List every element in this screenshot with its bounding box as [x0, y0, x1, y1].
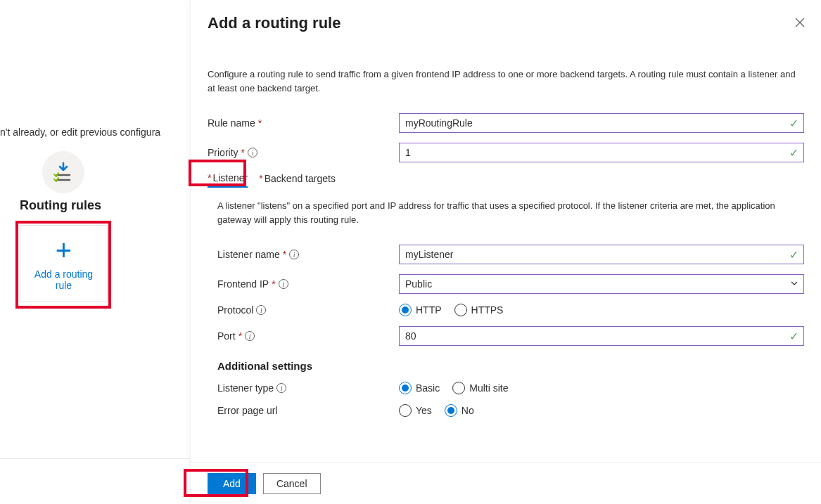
listener-type-multi-radio[interactable]: Multi site — [452, 382, 508, 394]
protocol-label: Protocol — [217, 304, 253, 316]
tabs: *Listener *Backend targets — [208, 172, 804, 188]
add-button[interactable]: Add — [208, 473, 256, 494]
close-button[interactable] — [794, 17, 807, 30]
priority-input[interactable] — [399, 143, 804, 162]
error-page-no-radio[interactable]: No — [445, 404, 474, 417]
required-marker: * — [238, 330, 242, 342]
blade-description: Configure a routing rule to send traffic… — [208, 67, 804, 95]
listener-tab-description: A listener "listens" on a specified port… — [217, 199, 804, 226]
plus-icon: + — [56, 236, 72, 264]
port-row: Port * i ✓ — [217, 326, 804, 346]
left-panel: n't already, or edit previous configura … — [0, 0, 190, 504]
rule-name-label: Rule name — [208, 117, 255, 129]
additional-settings-heading: Additional settings — [217, 360, 804, 372]
blade-title: Add a routing rule — [208, 14, 804, 32]
info-icon[interactable]: i — [245, 331, 255, 341]
add-routing-rule-blade: Add a routing rule Configure a routing r… — [190, 0, 821, 504]
info-icon[interactable]: i — [256, 305, 266, 315]
info-icon[interactable]: i — [276, 383, 286, 393]
tab-listener[interactable]: *Listener — [208, 172, 248, 188]
left-divider — [0, 458, 190, 459]
info-icon[interactable]: i — [248, 148, 257, 157]
info-icon[interactable]: i — [279, 279, 288, 289]
add-tile-label: Add a routing rule — [20, 269, 107, 291]
port-input[interactable] — [399, 326, 804, 346]
listener-type-label: Listener type — [217, 382, 274, 394]
error-page-row: Error page url Yes No — [217, 404, 804, 417]
info-icon[interactable]: i — [289, 250, 299, 259]
listener-name-input[interactable] — [399, 245, 804, 264]
routing-rules-heading: Routing rules — [20, 198, 101, 213]
priority-label: Priority — [208, 147, 238, 158]
required-marker: * — [241, 147, 245, 158]
blade-footer: Add Cancel — [191, 462, 821, 504]
protocol-http-radio[interactable]: HTTP — [399, 304, 442, 316]
add-routing-rule-tile[interactable]: + Add a routing rule — [20, 225, 108, 302]
frontend-ip-select[interactable]: Public — [399, 274, 804, 294]
error-page-label: Error page url — [217, 405, 278, 416]
required-marker: * — [283, 249, 286, 260]
tab-backend-targets[interactable]: *Backend targets — [259, 172, 336, 188]
hint-text-fragment: n't already, or edit previous configura — [0, 127, 160, 138]
port-label: Port — [217, 330, 236, 342]
priority-row: Priority * i ✓ — [208, 143, 804, 162]
listener-name-row: Listener name * i ✓ — [217, 245, 804, 264]
check-icon: ✓ — [789, 117, 798, 130]
routing-rules-step-icon — [42, 151, 84, 193]
listener-type-basic-radio[interactable]: Basic — [399, 382, 440, 394]
check-icon: ✓ — [789, 248, 798, 261]
rule-name-input[interactable] — [399, 113, 804, 133]
frontend-ip-label: Frontend IP — [217, 278, 269, 290]
required-marker: * — [272, 278, 275, 290]
listener-type-row: Listener type i Basic Multi site — [217, 382, 804, 394]
listener-name-label: Listener name — [217, 249, 280, 260]
protocol-row: Protocol i HTTP HTTPS — [217, 304, 804, 316]
cancel-button[interactable]: Cancel — [263, 473, 321, 494]
check-icon: ✓ — [789, 330, 798, 343]
error-page-yes-radio[interactable]: Yes — [399, 404, 432, 417]
listener-tab-content: A listener "listens" on a specified port… — [208, 199, 804, 417]
frontend-ip-row: Frontend IP * i Public — [217, 274, 804, 294]
required-marker: * — [258, 117, 262, 129]
protocol-https-radio[interactable]: HTTPS — [454, 304, 504, 316]
check-icon: ✓ — [789, 146, 798, 160]
rule-name-row: Rule name * ✓ — [208, 113, 804, 133]
